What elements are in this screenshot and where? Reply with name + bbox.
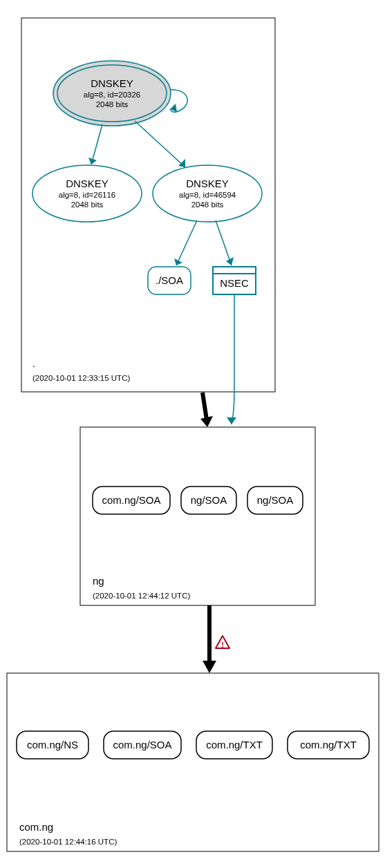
node-comng-txt-1: com.ng/TXT xyxy=(196,731,272,759)
svg-text:com.ng/TXT: com.ng/TXT xyxy=(206,739,263,751)
zone-comng-label: com.ng xyxy=(19,821,53,833)
edge-ksk-zsk1 xyxy=(91,124,102,164)
zone-ng: ng (2020-10-01 12:44:12 UTC) xyxy=(80,427,315,605)
edge-nsec-ng xyxy=(232,294,234,424)
svg-text:DNSKEY: DNSKEY xyxy=(91,77,133,89)
node-ng-ngsoa-2: ng/SOA xyxy=(247,487,303,514)
svg-marker-42 xyxy=(203,661,216,673)
zone-root-timestamp: (2020-10-01 12:33:15 UTC) xyxy=(32,374,130,382)
node-ng-ngsoa-1: ng/SOA xyxy=(181,487,236,514)
svg-marker-31 xyxy=(227,417,236,424)
zone-ng-label: ng xyxy=(93,575,104,587)
edge-zsk2-nsec xyxy=(216,220,232,265)
node-comng-ns: com.ng/NS xyxy=(17,731,88,759)
node-root-soa: ./SOA xyxy=(148,267,191,294)
zone-ng-timestamp: (2020-10-01 12:44:12 UTC) xyxy=(93,592,190,600)
svg-text:DNSKEY: DNSKEY xyxy=(186,178,229,189)
svg-text:alg=8, id=26116: alg=8, id=26116 xyxy=(59,191,116,199)
svg-text:ng/SOA: ng/SOA xyxy=(257,494,294,506)
node-comng-soa: com.ng/SOA xyxy=(104,731,181,759)
svg-text:!: ! xyxy=(221,641,224,649)
svg-marker-23 xyxy=(226,257,234,265)
svg-marker-22 xyxy=(174,258,182,265)
svg-text:alg=8, id=46594: alg=8, id=46594 xyxy=(179,191,236,199)
warning-icon: ! xyxy=(216,636,229,649)
node-ng-comngsoa: com.ng/SOA xyxy=(93,487,170,514)
svg-text:2048 bits: 2048 bits xyxy=(71,200,104,209)
svg-rect-24 xyxy=(80,427,315,605)
node-nsec: NSEC xyxy=(213,267,256,294)
svg-text:ng/SOA: ng/SOA xyxy=(191,494,227,506)
zone-root-label: . xyxy=(32,357,35,369)
zone-com-ng: com.ng (2020-10-01 12:44:16 UTC) xyxy=(7,673,379,851)
edge-ksk-zsk2 xyxy=(135,121,185,167)
svg-text:2048 bits: 2048 bits xyxy=(96,100,129,108)
dnskey-zsk-right: DNSKEY alg=8, id=46594 2048 bits xyxy=(153,165,262,222)
dnssec-diagram: . (2020-10-01 12:33:15 UTC) DNSKEY alg=8… xyxy=(0,0,385,868)
svg-text:./SOA: ./SOA xyxy=(156,274,183,286)
svg-marker-32 xyxy=(200,416,213,427)
svg-text:com.ng/TXT: com.ng/TXT xyxy=(300,739,357,751)
svg-marker-16 xyxy=(178,159,185,167)
node-comng-txt-2: com.ng/TXT xyxy=(288,731,369,759)
zone-comng-timestamp: (2020-10-01 12:44:16 UTC) xyxy=(19,838,117,846)
svg-text:alg=8, id=20326: alg=8, id=20326 xyxy=(84,91,141,99)
edge-zsk2-soa xyxy=(176,220,197,265)
svg-text:2048 bits: 2048 bits xyxy=(191,200,224,209)
svg-text:com.ng/SOA: com.ng/SOA xyxy=(102,494,160,506)
svg-text:NSEC: NSEC xyxy=(220,277,249,289)
svg-text:com.ng/NS: com.ng/NS xyxy=(27,739,78,751)
svg-text:com.ng/SOA: com.ng/SOA xyxy=(113,739,171,751)
dnskey-ksk: DNSKEY alg=8, id=20326 2048 bits xyxy=(53,61,171,126)
svg-rect-33 xyxy=(7,673,379,851)
svg-text:DNSKEY: DNSKEY xyxy=(66,178,109,189)
dnskey-zsk-left: DNSKEY alg=8, id=26116 2048 bits xyxy=(32,165,142,222)
